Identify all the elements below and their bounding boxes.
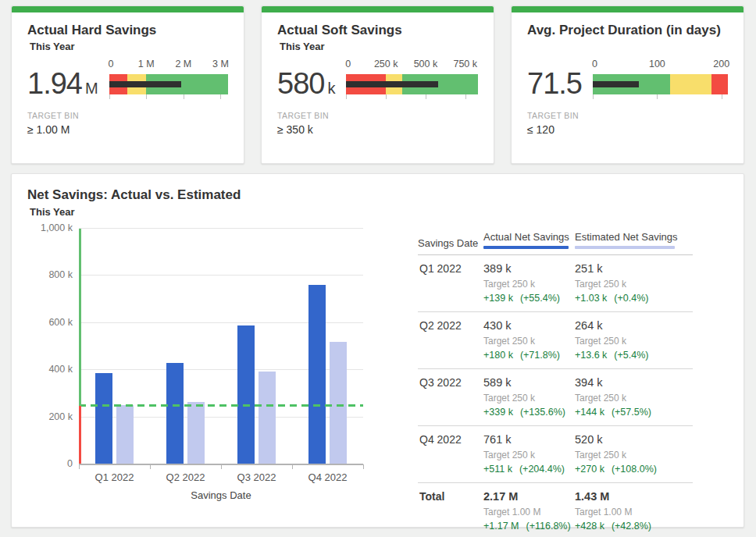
bullet-axis-label: 500 k bbox=[414, 59, 438, 69]
variance-delta: +1.17 M bbox=[483, 521, 519, 532]
bullet-axis-tick bbox=[220, 94, 221, 99]
y-axis-tick-label: 800 k bbox=[24, 269, 73, 281]
target-bin-label: TARGET BIN bbox=[277, 111, 478, 120]
panel-subtitle: This Year bbox=[30, 206, 744, 218]
actual-cell: 2.17 MTarget 1.00 M+1.17 M(+116.8%) bbox=[483, 490, 575, 532]
variance-percent: (+71.8%) bbox=[520, 350, 560, 361]
variance-delta: +1.03 k bbox=[575, 293, 607, 304]
table-header-row: Savings DateActual Net SavingsEstimated … bbox=[418, 231, 693, 249]
x-axis-category-label: Q4 2022 bbox=[292, 471, 363, 483]
bar-group-q2-2022 bbox=[150, 229, 221, 464]
variance-percent: (+116.8%) bbox=[526, 521, 571, 532]
y-axis-line-below-target bbox=[79, 406, 81, 465]
cell-target: Target 250 k bbox=[483, 450, 575, 461]
cell-variance: +1.17 M(+116.8%) bbox=[483, 521, 575, 532]
cell-value: 2.17 M bbox=[483, 490, 575, 503]
kpi-subtitle bbox=[530, 41, 728, 54]
cell-value: 394 k bbox=[575, 376, 693, 389]
bar-chart: 0200 k400 k600 k800 k1,000 k Q1 2022Q2 2… bbox=[27, 221, 396, 537]
bullet-axis-labels: 0250 k500 k750 k bbox=[346, 59, 478, 72]
kpi-subtitle: This Year bbox=[280, 41, 478, 54]
bullet-axis-label: 200 bbox=[713, 59, 729, 69]
cell-target: Target 250 k bbox=[575, 336, 693, 347]
card-accent-bar bbox=[512, 6, 744, 12]
cell-variance: +144 k(+57.5%) bbox=[575, 407, 693, 418]
card-accent-bar bbox=[262, 6, 494, 12]
kpi-row: Actual Hard SavingsThis Year1.94M01 M2 M… bbox=[0, 0, 756, 164]
panel-body: 0200 k400 k600 k800 k1,000 k Q1 2022Q2 2… bbox=[27, 221, 744, 537]
legend-swatch-estimated bbox=[575, 246, 675, 249]
estimated-cell: 394 kTarget 250 k+144 k(+57.5%) bbox=[575, 376, 693, 418]
bullet-axis-label: 0 bbox=[592, 59, 597, 69]
target-bin-value: ≥ 350 k bbox=[277, 123, 478, 136]
kpi-title: Avg. Project Duration (in days) bbox=[527, 23, 728, 38]
table-row-q4-2022[interactable]: Q4 2022761 kTarget 250 k+511 k(+204.4%)5… bbox=[418, 426, 693, 483]
cell-value: 264 k bbox=[575, 319, 693, 332]
bullet-band-yellow bbox=[670, 74, 712, 94]
table-row-q2-2022[interactable]: Q2 2022430 kTarget 250 k+180 k(+71.8%)26… bbox=[418, 312, 693, 369]
cell-variance: +139 k(+55.4%) bbox=[483, 293, 575, 304]
table-row-q1-2022[interactable]: Q1 2022389 kTarget 250 k+139 k(+55.4%)25… bbox=[418, 255, 693, 312]
bullet-track bbox=[346, 74, 478, 94]
bar-estimated-q3-2022[interactable] bbox=[259, 372, 276, 464]
kpi-card-body: Actual Soft SavingsThis Year580k0250 k50… bbox=[262, 12, 494, 136]
bar-estimated-q4-2022[interactable] bbox=[330, 342, 347, 464]
row-label: Q2 2022 bbox=[418, 319, 483, 361]
kpi-value-row: 580k0250 k500 k750 k bbox=[277, 59, 478, 99]
bullet-axis-label: 0 bbox=[345, 59, 351, 69]
bullet-axis-label: 250 k bbox=[374, 59, 398, 69]
bullet-axis-labels: 01 M2 M3 M bbox=[109, 59, 228, 72]
bar-estimated-q2-2022[interactable] bbox=[187, 402, 205, 464]
cell-variance: +511 k(+204.4%) bbox=[483, 464, 575, 475]
bullet-axis-tick bbox=[657, 94, 658, 99]
bullet-axis-ticks bbox=[109, 94, 228, 99]
target-bin-label: TARGET BIN bbox=[27, 111, 228, 120]
bar-actual-q2-2022[interactable] bbox=[166, 363, 184, 464]
bullet-axis-label: 0 bbox=[109, 59, 114, 69]
card-accent-bar bbox=[12, 6, 244, 12]
cell-variance: +13.6 k(+5.4%) bbox=[575, 350, 693, 361]
x-axis-category-labels: Q1 2022Q2 2022Q3 2022Q4 2022 bbox=[79, 471, 363, 483]
bullet-axis-label: 2 M bbox=[175, 59, 191, 69]
row-label: Q1 2022 bbox=[418, 262, 483, 304]
cell-target: Target 1.00 M bbox=[483, 507, 575, 517]
y-axis-tick-label: 0 bbox=[24, 458, 73, 470]
bullet-measure-bar bbox=[109, 81, 181, 87]
bar-actual-q3-2022[interactable] bbox=[237, 325, 255, 464]
bullet-axis-labels: 0100200 bbox=[593, 59, 728, 72]
x-axis-tick bbox=[363, 464, 364, 469]
actual-cell: 389 kTarget 250 k+139 k(+55.4%) bbox=[483, 262, 575, 304]
table-row-q3-2022[interactable]: Q3 2022589 kTarget 250 k+339 k(+135.6%)3… bbox=[418, 369, 693, 426]
column-header-savings-date: Savings Date bbox=[418, 237, 483, 249]
variance-percent: (+135.6%) bbox=[520, 407, 565, 418]
actual-cell: 430 kTarget 250 k+180 k(+71.8%) bbox=[483, 319, 575, 361]
column-header-label: Actual Net Savings bbox=[483, 231, 575, 243]
bullet-axis-tick bbox=[146, 94, 147, 99]
actual-cell: 589 kTarget 250 k+339 k(+135.6%) bbox=[483, 376, 575, 418]
target-bin-value: ≥ 1.00 M bbox=[27, 123, 228, 136]
variance-delta: +270 k bbox=[575, 464, 604, 475]
net-savings-panel: Net Savings: Actual vs. Estimated This Y… bbox=[11, 173, 744, 528]
bar-actual-q1-2022[interactable] bbox=[95, 373, 112, 464]
bullet-axis-label: 3 M bbox=[212, 59, 229, 69]
target-bin-value: ≤ 120 bbox=[527, 123, 728, 136]
cell-value: 389 k bbox=[483, 262, 575, 275]
bar-estimated-q1-2022[interactable] bbox=[116, 405, 134, 464]
dashboard: Actual Hard SavingsThis Year1.94M01 M2 M… bbox=[0, 0, 756, 537]
column-header-estimated-net-savings: Estimated Net Savings bbox=[575, 231, 693, 249]
table-row-total[interactable]: Total2.17 MTarget 1.00 M+1.17 M(+116.8%)… bbox=[418, 483, 693, 537]
cell-value: 430 k bbox=[483, 319, 575, 332]
cell-value: 251 k bbox=[575, 262, 693, 275]
variance-percent: (+57.5%) bbox=[612, 407, 651, 418]
kpi-value-unit: M bbox=[85, 80, 98, 97]
column-header-label: Savings Date bbox=[418, 237, 483, 249]
actual-cell: 761 kTarget 250 k+511 k(+204.4%) bbox=[483, 433, 575, 475]
variance-delta: +144 k bbox=[575, 407, 604, 418]
bar-actual-q4-2022[interactable] bbox=[308, 285, 326, 464]
variance-delta: +180 k bbox=[483, 350, 513, 361]
kpi-card-body: Actual Hard SavingsThis Year1.94M01 M2 M… bbox=[12, 12, 244, 136]
cell-variance: +270 k(+108.0%) bbox=[575, 464, 693, 475]
bullet-track bbox=[109, 74, 228, 94]
bar-series bbox=[79, 229, 363, 464]
variance-percent: (+204.4%) bbox=[519, 464, 565, 475]
